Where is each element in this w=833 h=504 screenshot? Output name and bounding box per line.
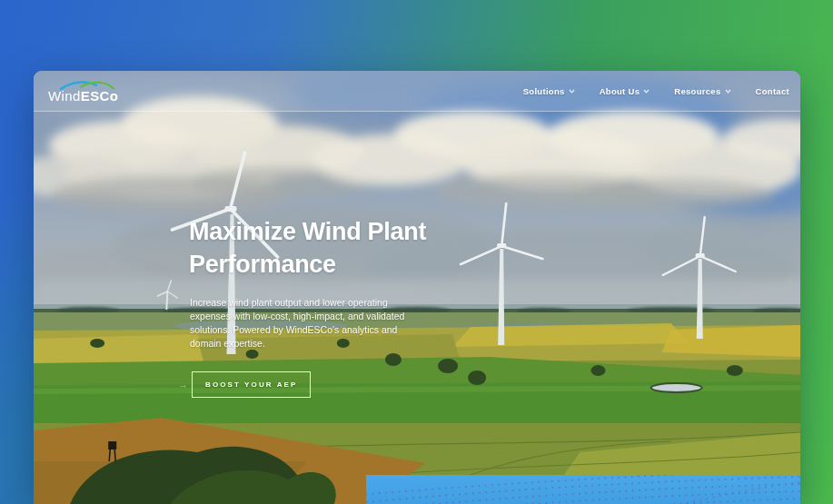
boost-your-aep-button[interactable]: BOOST YOUR AEP — [192, 371, 311, 398]
browser-window: WindESCo Solutions About Us Resources Co… — [34, 71, 800, 504]
nav-item-solutions[interactable]: Solutions — [523, 86, 575, 96]
chevron-down-icon — [725, 89, 731, 94]
nav-item-contact[interactable]: Contact — [756, 86, 789, 96]
nav-item-about-us[interactable]: About Us — [600, 86, 650, 96]
nav-label: About Us — [600, 86, 640, 96]
brand-logo[interactable]: WindESCo — [48, 80, 118, 103]
brand-name-bold: ESCo — [81, 88, 119, 104]
chevron-down-icon — [569, 89, 575, 94]
hero-description: Increase wind plant output and lower ope… — [190, 296, 417, 351]
page-background: { "brand": { "name_regular": "Wind", "na… — [0, 0, 833, 504]
next-section-preview — [366, 475, 800, 504]
cta-row: → BOOST YOUR AEP — [189, 371, 461, 398]
brand-name-regular: Wind — [48, 88, 81, 104]
brand-name: WindESCo — [48, 89, 118, 103]
site-header: WindESCo Solutions About Us Resources Co… — [34, 71, 800, 112]
hero-title: Maximize Wind Plant Performance — [189, 216, 461, 282]
wave-dots-pattern — [366, 475, 800, 504]
nav-item-resources[interactable]: Resources — [674, 86, 730, 96]
nav-label: Resources — [674, 86, 720, 96]
nav-label: Solutions — [523, 86, 565, 96]
main-nav: Solutions About Us Resources Contact — [523, 86, 789, 96]
chevron-down-icon — [643, 89, 650, 94]
cta-arrow-icon: → — [178, 380, 188, 390]
hero-content: Maximize Wind Plant Performance Increase… — [189, 216, 461, 398]
nav-label: Contact — [756, 86, 789, 96]
